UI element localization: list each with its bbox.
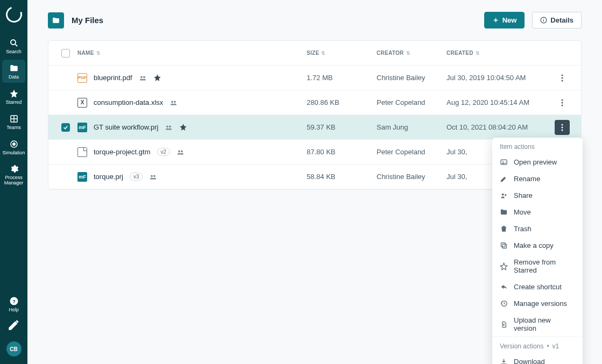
sidebar-item-teams[interactable]: Teams bbox=[2, 110, 25, 133]
details-button[interactable]: Details bbox=[532, 12, 582, 28]
table-header: NAME⇅ SIZE⇅ CREATOR⇅ CREATED⇅ bbox=[48, 41, 581, 66]
context-menu-item-label: Trash bbox=[514, 225, 532, 233]
column-name[interactable]: NAME⇅ bbox=[77, 50, 307, 56]
search-icon bbox=[9, 38, 19, 48]
prj-file-icon: mF bbox=[77, 123, 87, 132]
row-actions-button[interactable] bbox=[555, 70, 570, 85]
sidebar-item-label: Process Manager bbox=[2, 175, 25, 186]
page-title: My Files bbox=[72, 16, 103, 25]
svg-point-22 bbox=[562, 102, 563, 103]
file-name[interactable]: torque.prj bbox=[94, 173, 123, 181]
pdf-file-icon: PDF bbox=[77, 73, 87, 83]
context-menu-item[interactable]: Make a copy bbox=[492, 237, 583, 254]
share-icon bbox=[500, 191, 508, 199]
edit-icon[interactable] bbox=[7, 318, 21, 332]
star-icon bbox=[500, 262, 508, 270]
star-icon bbox=[9, 89, 19, 98]
sort-icon: ⇅ bbox=[406, 51, 410, 56]
name-cell: PDFblueprint.pdf bbox=[77, 73, 307, 83]
sort-icon: ⇅ bbox=[96, 51, 101, 56]
upload-icon bbox=[500, 320, 508, 329]
main-content: My Files New Details NAME⇅ SIZE⇅ CREATOR… bbox=[27, 0, 602, 364]
svg-point-16 bbox=[562, 74, 563, 76]
svg-point-27 bbox=[562, 126, 563, 128]
context-menu-item-label: Move bbox=[514, 208, 531, 216]
file-name[interactable]: consumption-data.xlsx bbox=[94, 98, 163, 106]
svg-text:?: ? bbox=[12, 298, 16, 304]
table-row[interactable]: PDFblueprint.pdf1.72 MBChristine BaileyJ… bbox=[48, 66, 581, 90]
info-icon bbox=[540, 17, 547, 24]
size-cell: 280.86 KB bbox=[307, 98, 377, 106]
svg-point-28 bbox=[562, 129, 563, 131]
shared-icon bbox=[176, 148, 185, 156]
svg-line-1 bbox=[15, 44, 17, 46]
user-avatar[interactable]: CB bbox=[6, 341, 22, 356]
creator-cell: Christine Bailey bbox=[377, 74, 447, 82]
file-name[interactable]: GT suite workflow.prj bbox=[94, 123, 158, 131]
shared-icon bbox=[165, 123, 173, 131]
context-menu-item[interactable]: Manage versions bbox=[492, 295, 583, 312]
context-menu-item[interactable]: Rename bbox=[492, 170, 583, 187]
shared-icon bbox=[149, 173, 157, 181]
svg-point-21 bbox=[562, 99, 563, 101]
context-menu-item[interactable]: Remove from Starred bbox=[492, 254, 583, 279]
svg-point-6 bbox=[12, 142, 15, 145]
table-row[interactable]: Xconsumption-data.xlsx280.86 KBPeter Cop… bbox=[48, 90, 581, 115]
file-name[interactable]: blueprint.pdf bbox=[94, 74, 132, 82]
file-name[interactable]: torque-project.gtm bbox=[94, 148, 151, 156]
context-menu-item[interactable]: Download bbox=[492, 353, 583, 364]
context-menu-item-label: Create shortcut bbox=[514, 283, 562, 291]
pencil-icon bbox=[500, 175, 508, 183]
svg-point-23 bbox=[562, 104, 563, 106]
image-icon bbox=[500, 158, 508, 166]
gear-icon bbox=[9, 164, 19, 174]
simulation-icon bbox=[9, 139, 19, 149]
button-label: Details bbox=[550, 16, 573, 24]
svg-point-14 bbox=[140, 76, 143, 78]
context-menu-item[interactable]: Create shortcut bbox=[492, 279, 583, 295]
sidebar-item-simulation[interactable]: Simulation bbox=[2, 135, 25, 159]
context-menu-item[interactable]: Move bbox=[492, 204, 583, 220]
size-cell: 59.37 KB bbox=[307, 123, 377, 131]
select-all-checkbox[interactable] bbox=[61, 49, 70, 58]
context-menu-item-label: Download bbox=[514, 358, 545, 364]
sidebar-item-label: Starred bbox=[6, 100, 22, 105]
svg-point-41 bbox=[502, 194, 504, 196]
column-created[interactable]: CREATED⇅ bbox=[447, 50, 549, 56]
sidebar-item-starred[interactable]: Starred bbox=[2, 85, 25, 108]
sidebar-item-data[interactable]: Data bbox=[2, 60, 25, 83]
context-menu-item-label: Open preview bbox=[514, 158, 557, 166]
sidebar-item-process-manager[interactable]: Process Manager bbox=[2, 160, 25, 189]
xlsx-file-icon: X bbox=[77, 98, 87, 108]
svg-rect-44 bbox=[502, 244, 507, 248]
starred-icon bbox=[179, 123, 187, 131]
context-menu-item-label: Remove from Starred bbox=[514, 258, 575, 274]
context-menu-item-label: Share bbox=[514, 191, 533, 199]
context-menu-item[interactable]: Open preview bbox=[492, 154, 583, 170]
context-menu-header: Item actions bbox=[492, 138, 583, 154]
sidebar-item-label: Search bbox=[6, 49, 22, 55]
svg-point-25 bbox=[169, 125, 172, 127]
svg-point-24 bbox=[167, 125, 169, 127]
row-actions-button[interactable] bbox=[555, 120, 570, 135]
row-checkbox[interactable] bbox=[61, 123, 70, 132]
row-actions-button[interactable] bbox=[555, 95, 570, 110]
svg-point-12 bbox=[543, 19, 544, 19]
table-row[interactable]: mFGT suite workflow.prj59.37 KBSam JungO… bbox=[48, 115, 581, 140]
app-logo bbox=[3, 4, 25, 25]
help-icon: ? bbox=[9, 296, 19, 306]
context-menu-item[interactable]: Trash bbox=[492, 220, 583, 237]
context-menu-item[interactable]: Upload new version bbox=[492, 312, 583, 337]
column-creator[interactable]: CREATOR⇅ bbox=[377, 50, 447, 56]
svg-point-15 bbox=[143, 76, 145, 78]
prj-file-icon: mF bbox=[77, 172, 87, 182]
new-button[interactable]: New bbox=[484, 12, 525, 28]
size-cell: 1.72 MB bbox=[307, 74, 377, 82]
column-size[interactable]: SIZE⇅ bbox=[307, 50, 377, 56]
context-menu-item[interactable]: Share bbox=[492, 187, 583, 204]
sort-icon: ⇅ bbox=[476, 51, 480, 56]
sidebar-item-search[interactable]: Search bbox=[2, 34, 25, 58]
sidebar-item-help[interactable]: ? Help bbox=[2, 292, 25, 316]
size-cell: 58.84 KB bbox=[307, 173, 377, 181]
svg-point-19 bbox=[171, 101, 173, 103]
